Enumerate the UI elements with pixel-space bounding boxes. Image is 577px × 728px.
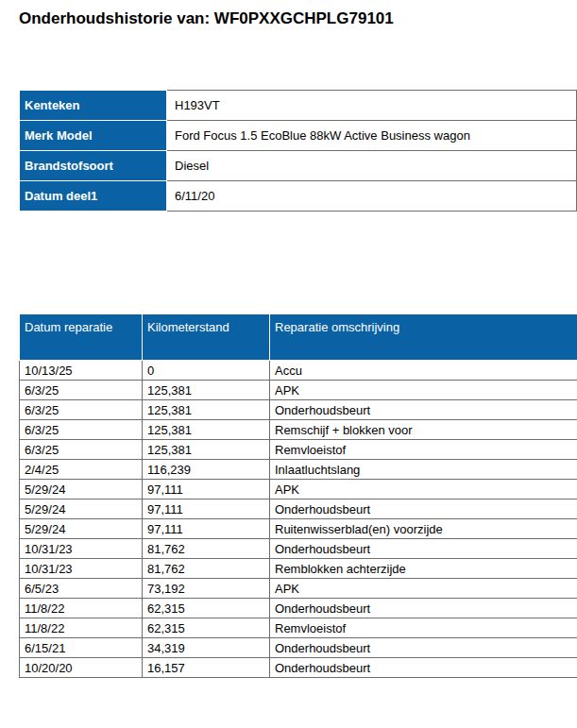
kilometer-cell: 16,157 — [143, 658, 270, 678]
description-cell: APK — [270, 480, 577, 499]
repairs-row: 5/29/2497,111Ruitenwisserblad(en) voorzi… — [20, 519, 577, 539]
repairs-column-header: Datum reparatie — [20, 314, 143, 361]
repairs-header-row: Datum reparatieKilometerstandReparatie o… — [20, 314, 577, 361]
description-cell: Onderhoudsbeurt — [270, 400, 577, 420]
repairs-body: 10/13/250Accu6/3/25125,381APK6/3/25125,3… — [20, 361, 577, 678]
description-cell: Remvloeistof — [270, 618, 577, 638]
vehicle-info-row: Merk ModelFord Focus 1.5 EcoBlue 88kW Ac… — [20, 121, 577, 151]
description-cell: Onderhoudsbeurt — [270, 539, 577, 559]
repairs-table: Datum reparatieKilometerstandReparatie o… — [19, 313, 577, 678]
description-cell: Onderhoudsbeurt — [270, 638, 577, 658]
kilometer-cell: 125,381 — [143, 420, 270, 440]
description-cell: Onderhoudsbeurt — [270, 658, 577, 678]
repair-date-cell: 10/31/23 — [20, 539, 143, 559]
repairs-row: 6/3/25125,381Onderhoudsbeurt — [20, 400, 577, 420]
repairs-row: 11/8/2262,315Onderhoudsbeurt — [20, 599, 577, 618]
kilometer-cell: 125,381 — [143, 381, 270, 400]
vehicle-info-table: KentekenH193VTMerk ModelFord Focus 1.5 E… — [19, 90, 577, 212]
repair-date-cell: 6/3/25 — [20, 381, 143, 400]
kilometer-cell: 62,315 — [143, 599, 270, 618]
repair-date-cell: 6/3/25 — [20, 400, 143, 420]
vehicle-info-row: BrandstofsoortDiesel — [20, 151, 577, 181]
kilometer-cell: 97,111 — [143, 480, 270, 499]
description-cell: Onderhoudsbeurt — [270, 599, 577, 618]
repairs-column-header: Reparatie omschrijving — [270, 314, 577, 361]
repair-date-cell: 6/5/23 — [20, 579, 143, 599]
repairs-row: 6/3/25125,381APK — [20, 381, 577, 400]
description-cell: Remblokken achterzijde — [270, 559, 577, 579]
repair-date-cell: 5/29/24 — [20, 519, 143, 539]
repairs-row: 6/15/2134,319Onderhoudsbeurt — [20, 638, 577, 658]
vehicle-info-value: Ford Focus 1.5 EcoBlue 88kW Active Busin… — [167, 121, 577, 151]
repairs-row: 2/4/25116,239Inlaatluchtslang — [20, 460, 577, 480]
description-cell: Inlaatluchtslang — [270, 460, 577, 480]
description-cell: APK — [270, 381, 577, 400]
description-cell: Remvloeistof — [270, 440, 577, 460]
kilometer-cell: 97,111 — [143, 519, 270, 539]
repair-date-cell: 6/3/25 — [20, 420, 143, 440]
vehicle-info-body: KentekenH193VTMerk ModelFord Focus 1.5 E… — [20, 91, 577, 212]
kilometer-cell: 0 — [143, 361, 270, 381]
vehicle-info-row: Datum deel16/11/20 — [20, 181, 577, 212]
description-cell: Remschijf + blokken voor — [270, 420, 577, 440]
repairs-row: 10/31/2381,762Remblokken achterzijde — [20, 559, 577, 579]
kilometer-cell: 73,192 — [143, 579, 270, 599]
repairs-row: 10/31/2381,762Onderhoudsbeurt — [20, 539, 577, 559]
kilometer-cell: 34,319 — [143, 638, 270, 658]
kilometer-cell: 81,762 — [143, 559, 270, 579]
vehicle-info-value: H193VT — [167, 91, 577, 121]
description-cell: Accu — [270, 361, 577, 381]
vehicle-info-value: Diesel — [167, 151, 577, 181]
vehicle-info-label: Datum deel1 — [20, 181, 167, 212]
repair-date-cell: 5/29/24 — [20, 499, 143, 519]
repairs-row: 6/3/25125,381Remvloeistof — [20, 440, 577, 460]
repair-date-cell: 10/20/20 — [20, 658, 143, 678]
repair-date-cell: 5/29/24 — [20, 480, 143, 499]
description-cell: Ruitenwisserblad(en) voorzijde — [270, 519, 577, 539]
repairs-row: 5/29/2497,111APK — [20, 480, 577, 499]
kilometer-cell: 116,239 — [143, 460, 270, 480]
repairs-column-header: Kilometerstand — [143, 314, 270, 361]
page-title: Onderhoudshistorie van: WF0PXXGCHPLG7910… — [19, 9, 577, 28]
repair-date-cell: 6/3/25 — [20, 440, 143, 460]
repair-date-cell: 11/8/22 — [20, 618, 143, 638]
repairs-row: 11/8/2262,315Remvloeistof — [20, 618, 577, 638]
repair-date-cell: 2/4/25 — [20, 460, 143, 480]
kilometer-cell: 97,111 — [143, 499, 270, 519]
repairs-row: 10/13/250Accu — [20, 361, 577, 381]
description-cell: APK — [270, 579, 577, 599]
repairs-row: 10/20/2016,157Onderhoudsbeurt — [20, 658, 577, 678]
repair-date-cell: 10/31/23 — [20, 559, 143, 579]
repair-date-cell: 10/13/25 — [20, 361, 143, 381]
repairs-row: 6/3/25125,381Remschijf + blokken voor — [20, 420, 577, 440]
vehicle-info-label: Merk Model — [20, 121, 167, 151]
repairs-row: 5/29/2497,111Onderhoudsbeurt — [20, 499, 577, 519]
kilometer-cell: 125,381 — [143, 400, 270, 420]
vehicle-info-row: KentekenH193VT — [20, 91, 577, 121]
vehicle-info-label: Kenteken — [20, 91, 167, 121]
vehicle-info-label: Brandstofsoort — [20, 151, 167, 181]
repairs-row: 6/5/2373,192APK — [20, 579, 577, 599]
kilometer-cell: 81,762 — [143, 539, 270, 559]
kilometer-cell: 62,315 — [143, 618, 270, 638]
description-cell: Onderhoudsbeurt — [270, 499, 577, 519]
repair-date-cell: 6/15/21 — [20, 638, 143, 658]
vehicle-info-value: 6/11/20 — [167, 181, 577, 212]
repair-date-cell: 11/8/22 — [20, 599, 143, 618]
kilometer-cell: 125,381 — [143, 440, 270, 460]
